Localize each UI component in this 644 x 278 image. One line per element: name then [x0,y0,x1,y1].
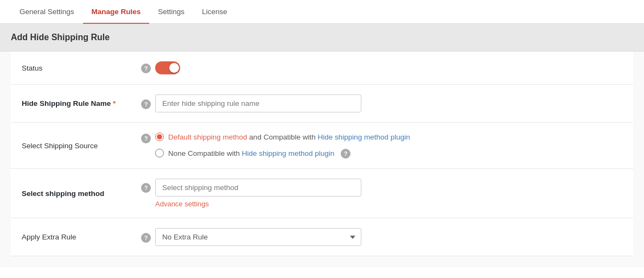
radio-option-none: None Compatible with Hide shipping metho… [155,148,410,159]
shipping-method-wrapper: Advance settings [155,179,361,208]
rule-name-help-icon[interactable]: ? [141,99,151,109]
extra-rule-help-icon[interactable]: ? [141,233,151,243]
form-table: Status ? Hide Shipp [11,52,633,256]
shipping-method-help-icon[interactable]: ? [141,183,151,193]
status-field-cell: ? [130,52,633,85]
rule-name-field-cell: ? [130,85,633,123]
shipping-source-row: Select Shipping Source ? Default shippin… [11,123,633,169]
toggle-track [155,61,180,74]
radio-default-input[interactable] [155,132,164,141]
toggle-knob [169,63,179,73]
tabs-bar: General Settings Manage Rules Settings L… [0,0,644,24]
shipping-source-field-cell: ? Default shipping method and Compatible… [130,123,633,169]
shipping-source-radio-group: Default shipping method and Compatible w… [155,132,410,159]
radio-default-label: Default shipping method and Compatible w… [168,133,410,141]
section-title: Add Hide Shipping Rule [11,33,110,42]
radio-none-help-icon[interactable]: ? [341,149,350,159]
status-toggle[interactable] [155,61,180,74]
extra-rule-row: Apply Extra Rule ? No Extra Rule [11,218,633,256]
status-row: Status ? [11,52,633,85]
status-help-icon[interactable]: ? [141,64,151,73]
extra-rule-field-cell: ? No Extra Rule [130,218,633,256]
status-label: Status [11,52,130,85]
tab-general-settings[interactable]: General Settings [11,0,83,23]
shipping-method-row: Select shipping method ? Advance setting… [11,169,633,218]
shipping-method-label: Select shipping method [11,169,130,218]
shipping-method-field-cell: ? Advance settings [130,169,633,218]
shipping-method-input[interactable] [155,179,361,197]
radio-none-input[interactable] [155,149,164,157]
rule-name-input[interactable] [155,94,361,112]
main-content: Add Hide Shipping Rule Status ? [0,24,644,267]
rule-name-label: Hide Shipping Rule Name * [11,85,130,123]
section-header: Add Hide Shipping Rule [0,24,644,52]
radio-none-label: None Compatible with Hide shipping metho… [168,149,334,157]
radio-option-default: Default shipping method and Compatible w… [155,132,410,141]
tab-settings[interactable]: Settings [149,0,193,23]
tab-manage-rules[interactable]: Manage Rules [83,0,150,23]
rule-name-row: Hide Shipping Rule Name * ? [11,85,633,123]
shipping-source-label: Select Shipping Source [11,123,130,169]
tab-license[interactable]: License [193,0,236,23]
extra-rule-select[interactable]: No Extra Rule [155,228,361,246]
advance-settings-link[interactable]: Advance settings [155,200,361,208]
shipping-source-help-icon[interactable]: ? [141,134,151,143]
extra-rule-label: Apply Extra Rule [11,218,130,256]
